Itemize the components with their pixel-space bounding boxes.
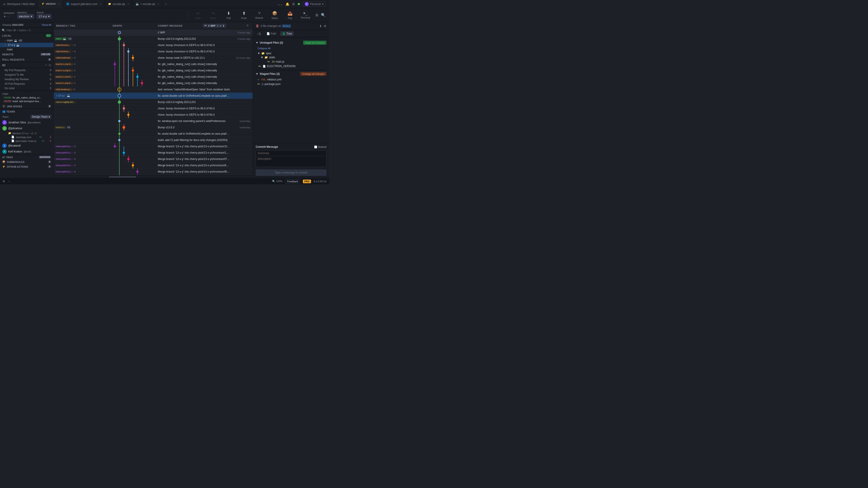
close-vscode-tab1[interactable]: ✕ xyxy=(127,3,129,5)
repository-selector[interactable]: electron ▾ xyxy=(17,14,34,19)
sidebar-item-17-x-y[interactable]: ✓ 17-x-y 💻 xyxy=(0,43,54,47)
row-cherry4[interactable]: cherry-pick/13-x... ⊙ Merge branch '13-x… xyxy=(54,162,253,168)
tab-tree[interactable]: 🌲 Tree xyxy=(280,31,293,36)
jira-section-header[interactable]: ⚫ JIRA ISSUES 0 xyxy=(0,104,54,109)
tab-workspace[interactable]: 🗂 Workspace / Malo Mart xyxy=(0,0,38,8)
settings-icon[interactable]: ⚙ xyxy=(292,2,295,6)
row-roller1[interactable]: roller/chromiu... ↕ ⊙ chore: bump chromi… xyxy=(54,42,253,48)
member-jonathan[interactable]: J Jonathan Silva @jonathans xyxy=(0,120,54,125)
collapse-icon[interactable]: ⌄⌄ xyxy=(277,2,283,6)
folder-static[interactable]: ▼ 📁 static xyxy=(260,55,327,59)
stash-button[interactable]: 📦 Stash xyxy=(269,11,280,20)
user-profile[interactable]: P Personal ▾ xyxy=(303,1,326,7)
team-selector[interactable]: Design Team ▾ xyxy=(31,115,51,119)
tab-vscode-qa1[interactable]: 📁 vscode-qa ✕ xyxy=(105,0,132,8)
row-chore-bump2[interactable]: chore: bump chromium in DEPS to 98.0.474… xyxy=(54,111,253,118)
teams-header[interactable]: 👥 TEAMS xyxy=(0,109,54,114)
add-workspace-icon[interactable]: + xyxy=(4,14,6,19)
unstage-all-button[interactable]: Unstage all changes xyxy=(300,72,327,76)
staged-file-mkdocs[interactable]: + YML mkdocs.yml xyxy=(257,77,327,82)
file-mainjs[interactable]: ✏ JS main.js xyxy=(264,59,327,64)
row-roller-node[interactable]: roller/node/main ↕ ⊙ chore: bump node in… xyxy=(54,55,253,61)
tags-header[interactable]: 🏷 TAGS 1610/1610 xyxy=(0,155,54,160)
row-trop15[interactable]: trop/15-x-y-bp-fi... ⊙ fix: gtk_native_d… xyxy=(54,74,253,80)
sidebar-item-main-sub[interactable]: main xyxy=(0,47,54,52)
member-keif[interactable]: K Keif Kraken @keif1 xyxy=(0,149,54,155)
row-trop16[interactable]: trop/16-x-y-bp-fi... ⊙ fix: gtk_native_d… xyxy=(54,61,253,67)
remote-section-header[interactable]: REMOTE 188/188 xyxy=(0,52,54,57)
trash-icon[interactable]: 🗑 xyxy=(256,24,259,28)
notifications-icon[interactable]: 🔔 xyxy=(285,2,289,6)
row-fix-double-call[interactable]: fix: avoid double call in OnRefreshCompl… xyxy=(54,131,253,137)
h-scrollbar[interactable] xyxy=(54,175,253,178)
row-child-window[interactable]: child-window-pr... ⊙ ! test: remove "nat… xyxy=(54,86,253,93)
member-jsilva[interactable]: j @jsilva4our xyxy=(0,125,54,131)
graph-view-button[interactable]: ⊞ xyxy=(3,180,5,183)
row-chore-bump1[interactable]: chore: bump chromium in DEPS to 98.0.474… xyxy=(54,105,253,111)
row-main[interactable]: main ↕ 💻 +1 Bump v18.0.0-nightly.2021120… xyxy=(54,36,253,42)
local-section-header[interactable]: LOCAL 2/2 xyxy=(0,33,54,38)
tab-vscode-qa2[interactable]: 💻 > vscode-qa ✕ xyxy=(132,0,162,8)
row-cherry5[interactable]: cherry-pick/13-x... ⊙ Merge branch '13-x… xyxy=(54,168,253,175)
staged-file-package[interactable]: ✏ {} package.json xyxy=(257,82,327,86)
stage-all-button[interactable]: Stage all changes xyxy=(303,41,327,45)
settings-icon-graph[interactable]: ⚙ xyxy=(246,24,249,27)
terminal-button[interactable]: ⌘_ Terminal xyxy=(300,11,311,19)
more-icon[interactable]: ⚙ xyxy=(324,24,327,28)
folder-spec[interactable]: ▼ 📁 spec xyxy=(257,51,327,55)
wip-row[interactable]: // WIP 3 hours ago xyxy=(54,29,253,36)
member-repo[interactable]: 📁 electron 17-x-y +2 -2 xyxy=(0,131,54,135)
row-build-ci[interactable]: build: add CI path-filtering for docs-on… xyxy=(54,137,253,143)
row-cherry2[interactable]: cherry-pick/13-x... ⊙ Merge branch '13-x… xyxy=(54,150,253,156)
add-tab-button[interactable]: + xyxy=(162,2,169,6)
row-17-x-y-selected[interactable]: ✓ 17-x-y 💻 fix: avoid double call in OnR… xyxy=(54,93,253,99)
pr-my-pull-requests[interactable]: My Pull Requests 0 xyxy=(0,68,54,72)
tab-path[interactable]: 📄 Path xyxy=(265,31,278,36)
pr-assigned-to-me[interactable]: Assigned To Me 0 xyxy=(0,72,54,77)
feedback-button[interactable]: Feedback xyxy=(285,180,300,184)
row-trop17[interactable]: trop/17-x-y-bp-fi... ⊙ fix: gtk_native_d… xyxy=(54,67,253,74)
pr-all[interactable]: All Pull Requests 4 xyxy=(0,82,54,86)
undo-button[interactable]: ↩ Undo xyxy=(192,11,203,20)
row-trop14[interactable]: trop/14-x-y-bp-fi... ⊙ fix: g xyxy=(54,80,253,86)
github-actions-header[interactable]: ⚡ GITHUB ACTIONS 0 xyxy=(0,164,54,169)
row-v18-nightly[interactable]: v18.0.0-nightly.202... Bump v18.0.0-nigh… xyxy=(54,99,253,105)
pull-requests-header[interactable]: PULL REQUESTS 4 xyxy=(0,57,54,62)
show-all-button[interactable]: Show All xyxy=(42,24,51,26)
nav-forward-icon[interactable]: › xyxy=(8,15,9,18)
collapse-all-button[interactable]: Collapse All xyxy=(257,46,270,50)
clear-search-icon[interactable]: ✕ xyxy=(45,64,47,67)
file-electron-version[interactable]: ✏ 📄 ELECTRON_VERSION xyxy=(257,64,327,68)
row-cherry3[interactable]: cherry-pick/13-x... ⊙ Merge branch '13-x… xyxy=(54,156,253,162)
push-button[interactable]: ⬆ Push xyxy=(239,11,249,20)
h-scrollbar-thumb[interactable] xyxy=(109,176,136,177)
row-cherry1[interactable]: cherry-pick/13-x... ⊙ Merge branch '13-x… xyxy=(54,143,253,150)
pr-search-input[interactable] xyxy=(2,64,43,67)
branch-button[interactable]: ⑂ Branch xyxy=(254,11,265,19)
submodules-header[interactable]: 📦 SUBMODULES 0 xyxy=(0,160,54,164)
sidebar-item-main[interactable]: ↕ main 💻 +1 xyxy=(0,38,54,43)
row-fix-window[interactable]: fix: window.open not overriding parent's… xyxy=(54,118,253,124)
tab-electron[interactable]: ⚡ electron ✕ xyxy=(38,0,63,8)
summary-input[interactable] xyxy=(256,150,327,156)
pr-awaiting-review[interactable]: Awaiting My Review 0 xyxy=(0,77,54,82)
row-roller2[interactable]: roller/chromiu... ↕ ⊙ chore: bump chromi… xyxy=(54,48,253,55)
commit-item-32082[interactable]: #32082 fix: gtk_native_dialog_ru... xyxy=(0,96,54,99)
description-input[interactable] xyxy=(256,156,327,167)
filter-icon[interactable]: ⊞ xyxy=(49,63,51,67)
pull-button[interactable]: ⬇ Pull xyxy=(223,11,234,20)
pop-button[interactable]: 📤 Pop xyxy=(285,11,296,20)
tab-support[interactable]: 🌐 support.gitkraken.com ✕ xyxy=(63,0,105,8)
commit-view-button[interactable]: ○ xyxy=(8,180,10,183)
commit-button[interactable]: Type a message to commit xyxy=(256,169,327,176)
commit-item-28288[interactable]: #28288 build: add boringssl hea... xyxy=(0,99,54,103)
redo-button[interactable]: ↪ Redo xyxy=(208,11,219,20)
amend-checkbox[interactable]: Amend xyxy=(314,145,327,149)
pr-on-hold[interactable]: On Hold 2 xyxy=(0,86,54,91)
member-kraken8[interactable]: k @kraken8 xyxy=(0,143,54,149)
close-vscode-tab2[interactable]: ✕ xyxy=(157,3,159,5)
nav-back-icon[interactable]: ‹ xyxy=(6,15,7,18)
row-v13[interactable]: v13.6.3 ◇ +1 Bump v13.6.3 yesterday xyxy=(54,124,253,131)
download-icon[interactable]: ⬇ xyxy=(319,24,322,28)
filter-input[interactable] xyxy=(6,29,52,32)
